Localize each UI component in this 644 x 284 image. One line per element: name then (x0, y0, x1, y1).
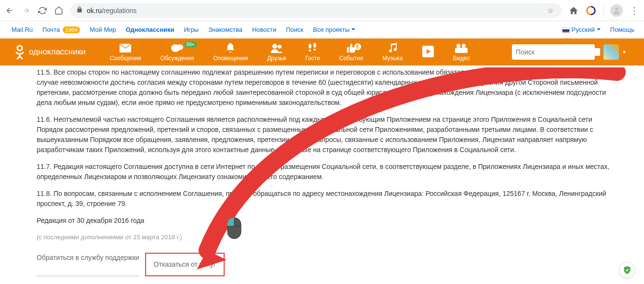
logo-text: одноклассники (29, 47, 86, 57)
svg-point-12 (456, 44, 460, 48)
refuse-services-link[interactable]: Отказаться от услуг (145, 253, 225, 276)
user-avatar (604, 44, 619, 60)
paragraph-11-6: 11.6. Неотъемлемой частью настоящего Сог… (37, 115, 615, 155)
search-box[interactable] (512, 44, 595, 60)
paragraph-11-8: 11.8. По вопросам, связанным с исполнени… (37, 189, 615, 209)
home-button[interactable] (54, 6, 64, 15)
nav-notifications[interactable]: Оповещения (204, 42, 258, 62)
envelope-icon (120, 42, 131, 54)
separator (603, 5, 604, 16)
browser-menu-button[interactable]: ⋮ (630, 5, 639, 16)
notification-badge: 99+ (184, 41, 197, 48)
url-text: ok.ru/regulations (87, 7, 137, 14)
svg-point-13 (462, 44, 466, 48)
play-icon (422, 46, 434, 57)
music-icon (388, 42, 398, 54)
bookmark-star-icon[interactable]: ☆ (548, 7, 554, 14)
nav-news[interactable]: Новости (252, 26, 276, 33)
nav-mailru[interactable]: Mail.Ru (12, 26, 33, 33)
reload-button[interactable] (38, 6, 47, 15)
search-input[interactable] (516, 48, 600, 56)
svg-point-10 (314, 49, 316, 51)
nav-mymir[interactable]: Мой Мир (90, 26, 116, 33)
mouse-cursor-icon (227, 217, 242, 241)
nav-video[interactable]: Видео (443, 42, 480, 62)
footer-links: Обратиться в службу поддержки Отказаться… (37, 253, 615, 276)
nav-discussions[interactable]: 99+ Обсуждения (151, 42, 204, 62)
page-content: 11.5. Все споры сторон по настоящему сог… (0, 65, 644, 284)
nav-dating[interactable]: Знакомства (208, 26, 242, 33)
browser-chrome: ok.ru/regulations ☆ ⋮ (0, 0, 644, 21)
site-header: одноклассники Сообщения 99+ Обсуждения О… (0, 39, 644, 65)
main-nav: Сообщения 99+ Обсуждения Оповещения Друз… (100, 42, 480, 62)
nav-odnoklassniki[interactable]: Одноклассники (126, 26, 174, 33)
profile-avatar[interactable] (610, 4, 623, 17)
mail-count-badge: 1964 (63, 26, 80, 33)
svg-point-2 (17, 46, 22, 51)
chat-icon (171, 42, 184, 54)
extension-swirl-icon[interactable] (586, 5, 596, 16)
footprints-icon (307, 42, 318, 54)
nav-allprojects[interactable]: Все проекты (313, 26, 355, 33)
nav-music[interactable]: Музыка (373, 42, 412, 62)
extension-home-icon[interactable] (568, 5, 579, 16)
flag-ru-icon (562, 27, 570, 33)
revision-date: Редакция от 30 декабря 2016 года (37, 216, 615, 226)
svg-point-6 (278, 45, 282, 49)
nav-events[interactable]: 5 События (330, 42, 373, 62)
back-button[interactable] (5, 6, 14, 15)
nav-search[interactable]: Поиск (286, 26, 303, 33)
svg-point-7 (309, 44, 311, 49)
svg-point-4 (176, 44, 183, 50)
nav-guests[interactable]: Гости (295, 42, 330, 62)
site-logo[interactable]: одноклассники (14, 45, 86, 59)
forward-button[interactable] (21, 6, 31, 15)
nav-messages[interactable]: Сообщения (100, 42, 151, 62)
bell-icon (226, 42, 235, 54)
svg-point-9 (313, 43, 316, 48)
nav-mail[interactable]: Почта 1964 (42, 26, 80, 33)
people-icon (270, 42, 283, 54)
nav-play[interactable] (413, 42, 443, 62)
svg-rect-14 (455, 48, 468, 53)
paragraph-11-5: 11.5. Все споры сторон по настоящему сог… (37, 67, 615, 108)
paragraph-11-7: 11.7. Редакция настоящего Соглашения дос… (37, 162, 615, 182)
svg-point-1 (615, 8, 618, 11)
amended-date: (с последними дополнениями от 15 марта 2… (37, 232, 615, 242)
language-selector[interactable]: Русский (562, 26, 601, 33)
support-link[interactable]: Обратиться в службу поддержки (37, 253, 139, 276)
nav-friends[interactable]: Друзья (257, 42, 295, 62)
video-icon (455, 42, 468, 54)
user-menu[interactable]: ▼ (604, 44, 627, 60)
address-bar[interactable]: ok.ru/regulations ☆ (70, 3, 562, 18)
caret-down-icon: ▼ (622, 50, 627, 55)
nav-games[interactable]: Игры (184, 26, 199, 33)
help-link[interactable]: Помощь (610, 26, 634, 33)
count-badge: 5 (354, 43, 361, 50)
portal-nav: Mail.Ru Почта 1964 Мой Мир Одноклассники… (0, 21, 644, 39)
svg-point-5 (272, 44, 277, 49)
security-shield-icon[interactable] (619, 262, 635, 278)
svg-point-8 (309, 50, 311, 52)
ok-logo-icon (14, 45, 25, 59)
lock-icon (76, 6, 83, 14)
